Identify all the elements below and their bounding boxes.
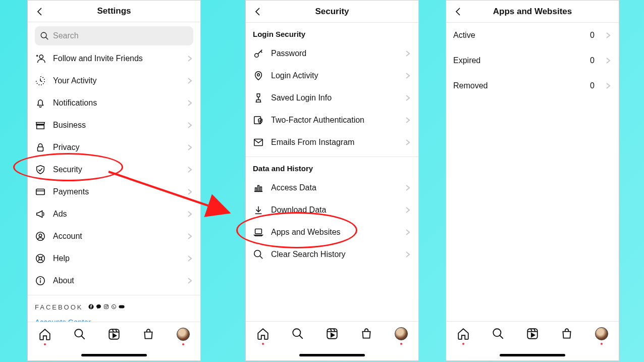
settings-item-about[interactable]: About bbox=[28, 270, 200, 292]
section-data-history: Data and History bbox=[246, 157, 418, 177]
svg-rect-39 bbox=[255, 188, 257, 191]
card-icon bbox=[35, 186, 46, 197]
tab-shop[interactable] bbox=[359, 327, 373, 341]
svg-marker-31 bbox=[113, 334, 117, 338]
apps-row-removed[interactable]: Removed 0 bbox=[446, 73, 619, 98]
search-icon bbox=[291, 327, 304, 340]
security-item-password[interactable]: Password bbox=[246, 42, 418, 65]
tab-home[interactable] bbox=[38, 327, 52, 341]
bottom-tab-bar bbox=[28, 322, 200, 360]
page-title: Apps and Websites bbox=[493, 7, 572, 17]
tab-shop[interactable] bbox=[141, 327, 155, 341]
svg-point-18 bbox=[40, 279, 41, 279]
security-item-label: Emails From Instagram bbox=[271, 138, 397, 147]
svg-point-48 bbox=[293, 329, 300, 336]
settings-item-follow-invite[interactable]: Follow and Invite Friends bbox=[28, 47, 200, 70]
svg-line-56 bbox=[500, 335, 503, 339]
security-item-label: Login Activity bbox=[271, 71, 397, 80]
page-title: Settings bbox=[97, 6, 131, 16]
pin-icon bbox=[253, 70, 264, 81]
svg-marker-61 bbox=[531, 333, 535, 337]
bar-icon bbox=[253, 182, 264, 193]
svg-marker-54 bbox=[331, 333, 335, 337]
reels-icon bbox=[526, 327, 539, 340]
shop-icon bbox=[142, 328, 155, 341]
settings-item-ads[interactable]: Ads bbox=[28, 203, 200, 225]
apps-row-expired[interactable]: Expired 0 bbox=[446, 48, 619, 73]
settings-item-privacy[interactable]: Privacy bbox=[28, 136, 200, 159]
add-user-icon bbox=[35, 53, 46, 64]
settings-item-label: Security bbox=[53, 165, 179, 174]
search-icon bbox=[492, 327, 505, 340]
security-item-apps-websites[interactable]: Apps and Websites bbox=[246, 221, 418, 243]
tab-reels[interactable] bbox=[325, 327, 339, 341]
settings-item-label: Help bbox=[53, 254, 179, 263]
svg-line-1 bbox=[46, 37, 48, 40]
tab-search[interactable] bbox=[291, 327, 305, 341]
facebook-icon bbox=[88, 304, 94, 310]
apps-row-label: Active bbox=[453, 31, 583, 40]
chevron-right-icon bbox=[404, 206, 411, 214]
security-item-emails[interactable]: Emails From Instagram bbox=[246, 131, 418, 153]
settings-item-notifications[interactable]: Notifications bbox=[28, 92, 200, 114]
settings-item-activity[interactable]: Your Activity bbox=[28, 70, 200, 92]
tab-search[interactable] bbox=[73, 327, 87, 341]
apps-row-label: Expired bbox=[453, 56, 583, 65]
tab-profile[interactable] bbox=[394, 327, 408, 341]
tab-home[interactable] bbox=[256, 327, 270, 341]
svg-rect-5 bbox=[38, 147, 43, 151]
back-button[interactable] bbox=[451, 5, 465, 19]
tab-profile[interactable] bbox=[176, 327, 190, 341]
download-icon bbox=[253, 204, 264, 216]
settings-item-help[interactable]: Help bbox=[28, 247, 200, 270]
settings-item-label: Ads bbox=[53, 210, 179, 219]
settings-item-label: Notifications bbox=[53, 98, 179, 108]
settings-item-payments[interactable]: Payments bbox=[28, 181, 200, 203]
messenger-icon bbox=[96, 304, 102, 310]
accounts-center-link[interactable]: Accounts Center bbox=[28, 313, 200, 322]
chevron-right-icon bbox=[404, 184, 411, 191]
screen-apps-websites: Apps and Websites Active 0 Expired 0 Rem… bbox=[446, 0, 619, 361]
svg-point-55 bbox=[493, 329, 501, 336]
bottom-tab-bar bbox=[446, 321, 619, 360]
settings-item-security[interactable]: Security bbox=[28, 159, 200, 181]
tab-home[interactable] bbox=[456, 327, 470, 341]
chevron-right-icon bbox=[404, 50, 411, 57]
chevron-right-icon bbox=[404, 251, 411, 258]
security-item-two-factor[interactable]: Two-Factor Authentication bbox=[246, 109, 418, 131]
header: Apps and Websites bbox=[446, 1, 619, 23]
tab-reels[interactable] bbox=[525, 327, 540, 341]
key-icon bbox=[253, 48, 264, 59]
megaphone-icon bbox=[35, 209, 46, 220]
search-icon bbox=[73, 328, 86, 341]
security-item-label: Two-Factor Authentication bbox=[271, 116, 397, 125]
chevron-right-icon bbox=[404, 229, 411, 236]
tab-reels[interactable] bbox=[107, 327, 121, 341]
security-item-clear-search[interactable]: Clear Search History bbox=[246, 243, 418, 266]
tab-search[interactable] bbox=[491, 327, 505, 341]
tab-shop[interactable] bbox=[560, 327, 574, 341]
security-item-download-data[interactable]: Download Data bbox=[246, 199, 418, 221]
search-input[interactable]: Search bbox=[35, 26, 193, 45]
bell-icon bbox=[35, 97, 46, 109]
apps-row-active[interactable]: Active 0 bbox=[446, 23, 619, 48]
svg-point-22 bbox=[108, 305, 108, 306]
back-button[interactable] bbox=[251, 5, 265, 19]
security-item-label: Password bbox=[271, 49, 397, 58]
security-item-label: Download Data bbox=[271, 205, 397, 215]
settings-item-label: Account bbox=[53, 232, 179, 241]
apps-row-value: 0 bbox=[590, 56, 595, 65]
settings-item-account[interactable]: Account bbox=[28, 225, 200, 247]
content: Search Follow and Invite Friends Your Ac… bbox=[28, 22, 200, 322]
security-item-access-data[interactable]: Access Data bbox=[246, 177, 418, 199]
security-item-login-activity[interactable]: Login Activity bbox=[246, 65, 418, 87]
security-item-saved-login[interactable]: Saved Login Info bbox=[246, 87, 418, 109]
settings-item-business[interactable]: Business bbox=[28, 114, 200, 136]
svg-line-15 bbox=[41, 260, 43, 261]
chevron-right-icon bbox=[186, 277, 193, 284]
svg-rect-41 bbox=[260, 187, 262, 191]
chevron-right-icon bbox=[186, 255, 193, 262]
tab-profile[interactable] bbox=[595, 327, 609, 341]
svg-point-35 bbox=[257, 74, 260, 76]
back-button[interactable] bbox=[33, 5, 47, 19]
